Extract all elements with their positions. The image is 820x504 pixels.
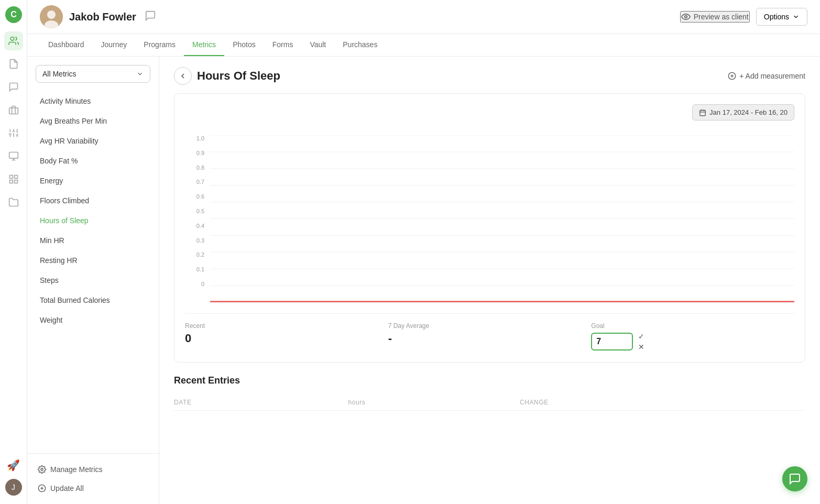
sidebar-icon-file[interactable] <box>4 54 23 73</box>
user-avatar <box>40 5 63 28</box>
metric-item-min-hr[interactable]: Min HR <box>27 231 159 250</box>
metrics-footer: Manage Metrics Update All <box>27 453 159 504</box>
metric-item-body-fat[interactable]: Body Fat % <box>27 151 159 171</box>
back-button[interactable] <box>174 67 192 85</box>
metric-item-weight[interactable]: Weight <box>27 310 159 330</box>
sidebar-icon-grid[interactable] <box>4 170 23 189</box>
sidebar-nav: C 🚀 J <box>0 0 27 504</box>
chart-title-row: Hours Of Sleep <box>174 67 280 85</box>
user-name: Jakob Fowler <box>69 11 136 23</box>
tab-vault[interactable]: Vault <box>301 34 334 56</box>
user-avatar-small[interactable]: J <box>5 479 22 496</box>
chat-bubble-button[interactable] <box>782 466 807 491</box>
goal-input-wrap: ✓ ✕ <box>591 332 794 352</box>
tab-forms[interactable]: Forms <box>264 34 302 56</box>
svg-point-21 <box>47 10 56 19</box>
sidebar-icon-monitor[interactable] <box>4 147 23 166</box>
svg-point-23 <box>684 16 687 18</box>
nav-tabs: Dashboard Journey Programs Metrics Photo… <box>27 34 820 57</box>
chart-title: Hours Of Sleep <box>197 69 280 83</box>
manage-metrics-button[interactable]: Manage Metrics <box>27 460 159 479</box>
main-content: Jakob Fowler Preview as client Options D… <box>27 0 820 504</box>
svg-rect-16 <box>9 176 13 179</box>
y-axis: 1.0 0.9 0.8 0.7 0.6 0.5 0.4 0.3 0.2 0.1 … <box>185 135 209 287</box>
svg-rect-31 <box>700 110 706 116</box>
preview-as-client-button[interactable]: Preview as client <box>680 11 750 23</box>
add-measurement-button[interactable]: + Add measurement <box>728 72 805 80</box>
chat-bubble-icon[interactable] <box>145 10 156 24</box>
goal-cancel-button[interactable]: ✕ <box>636 342 647 352</box>
stat-goal: Goal ✓ ✕ <box>591 322 794 352</box>
recent-entries-title: Recent Entries <box>174 375 805 386</box>
metric-item-resting-hr[interactable]: Resting HR <box>27 250 159 270</box>
svg-text:C: C <box>10 10 17 19</box>
metric-item-avg-hr-variability[interactable]: Avg HR Variability <box>27 131 159 151</box>
sidebar-icon-chat[interactable] <box>4 78 23 96</box>
update-all-button[interactable]: Update All <box>27 479 159 498</box>
chart-container: Jan 17, 2024 - Feb 16, 20 1.0 0.9 0.8 0.… <box>174 93 805 363</box>
sidebar-icon-briefcase[interactable] <box>4 101 23 119</box>
chart-header: Hours Of Sleep + Add measurement <box>174 67 805 85</box>
chart-area: Hours Of Sleep + Add measurement Jan 17,… <box>159 57 820 504</box>
stats-row: Recent 0 7 Day Average - Goal ✓ ✕ <box>185 313 794 352</box>
svg-rect-17 <box>14 176 17 179</box>
metric-item-steps[interactable]: Steps <box>27 270 159 290</box>
goal-confirm-button[interactable]: ✓ <box>636 332 647 341</box>
goal-actions: ✓ ✕ <box>636 332 647 352</box>
recent-entries-section: Recent Entries DATE hours CHANGE <box>174 375 805 411</box>
chart-plot <box>210 135 794 303</box>
metrics-sidebar: All Metrics Activity Minutes Avg Breaths… <box>27 57 159 504</box>
tab-metrics[interactable]: Metrics <box>184 34 224 56</box>
sidebar-icon-sliders[interactable] <box>4 124 23 143</box>
tab-dashboard[interactable]: Dashboard <box>40 34 93 56</box>
metric-item-total-burned-calories[interactable]: Total Burned Calories <box>27 290 159 310</box>
header-right: Preview as client Options <box>680 8 807 26</box>
metrics-filter-dropdown[interactable]: All Metrics <box>36 65 150 83</box>
svg-rect-18 <box>9 180 13 183</box>
stat-7day: 7 Day Average - <box>388 322 592 352</box>
goal-input[interactable] <box>591 333 633 350</box>
sidebar-icon-rocket[interactable]: 🚀 <box>4 456 23 475</box>
col-change: CHANGE <box>520 395 805 411</box>
metric-item-activity-minutes[interactable]: Activity Minutes <box>27 91 159 111</box>
top-header: Jakob Fowler Preview as client Options <box>27 0 820 34</box>
svg-rect-3 <box>9 108 18 114</box>
entries-table: DATE hours CHANGE <box>174 395 805 411</box>
svg-rect-19 <box>14 180 17 183</box>
tab-programs[interactable]: Programs <box>135 34 184 56</box>
metric-item-hours-of-sleep[interactable]: Hours of Sleep <box>27 211 159 231</box>
app-logo[interactable]: C <box>5 6 22 23</box>
sidebar-icon-folder[interactable] <box>4 193 23 212</box>
svg-point-24 <box>41 468 43 470</box>
date-range-picker[interactable]: Jan 17, 2024 - Feb 16, 20 <box>692 104 794 120</box>
metric-item-energy[interactable]: Energy <box>27 171 159 191</box>
stat-recent: Recent 0 <box>185 322 388 352</box>
col-date: DATE <box>174 395 348 411</box>
chart-wrapper: 1.0 0.9 0.8 0.7 0.6 0.5 0.4 0.3 0.2 0.1 … <box>185 135 794 303</box>
content-area: All Metrics Activity Minutes Avg Breaths… <box>27 57 820 504</box>
svg-point-2 <box>10 37 14 41</box>
options-button[interactable]: Options <box>756 8 807 26</box>
tab-purchases[interactable]: Purchases <box>334 34 386 56</box>
metric-item-avg-breaths[interactable]: Avg Breaths Per Min <box>27 111 159 131</box>
tab-journey[interactable]: Journey <box>93 34 136 56</box>
col-hours: hours <box>348 395 520 411</box>
svg-rect-13 <box>9 152 18 159</box>
tab-photos[interactable]: Photos <box>224 34 264 56</box>
sidebar-icon-users[interactable] <box>4 31 23 50</box>
metric-item-floors-climbed[interactable]: Floors Climbed <box>27 191 159 211</box>
